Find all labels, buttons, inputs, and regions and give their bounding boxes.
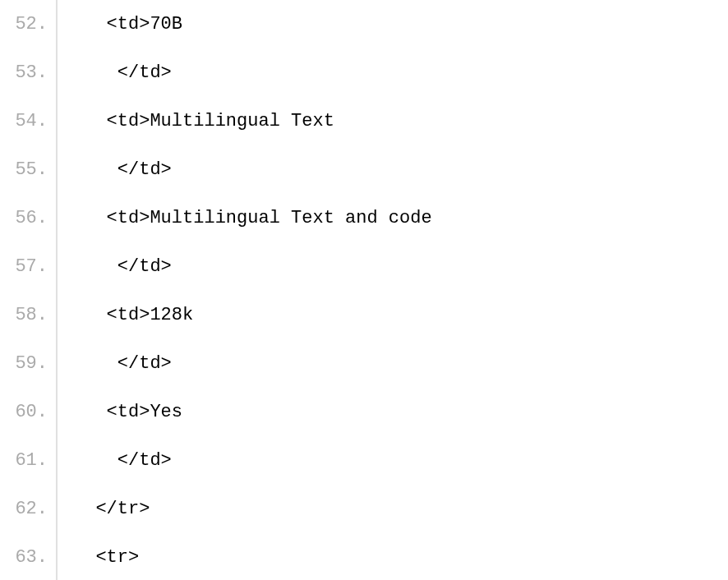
- line-number: 57.: [0, 242, 58, 291]
- html-tag: <td>: [107, 111, 150, 131]
- line-content: <td>70B: [58, 0, 182, 48]
- line-number: 52.: [0, 0, 58, 48]
- html-tag: </td>: [117, 159, 172, 180]
- indent: [74, 547, 95, 568]
- code-line[interactable]: 58. <td>128k: [0, 291, 728, 339]
- html-tag: </td>: [117, 353, 172, 374]
- code-text: Yes: [150, 402, 182, 422]
- line-number: 62.: [0, 485, 58, 533]
- indent: [74, 305, 107, 325]
- line-number: 53.: [0, 48, 58, 97]
- indent: [74, 450, 117, 471]
- line-number: 59.: [0, 339, 58, 388]
- code-line[interactable]: 57. </td>: [0, 242, 728, 291]
- html-tag: <td>: [107, 305, 150, 325]
- line-number: 58.: [0, 291, 58, 339]
- code-text: 128k: [150, 305, 193, 325]
- line-number: 61.: [0, 436, 58, 485]
- html-tag: <td>: [107, 14, 150, 35]
- html-tag: <tr>: [95, 547, 139, 568]
- code-line[interactable]: 55. </td>: [0, 145, 728, 194]
- line-content: </td>: [58, 145, 172, 194]
- html-tag: <td>: [107, 208, 150, 228]
- indent: [74, 256, 117, 277]
- line-content: <td>Yes: [58, 388, 182, 436]
- code-line[interactable]: 63. <tr>: [0, 533, 728, 580]
- indent: [74, 353, 117, 374]
- html-tag: </td>: [117, 62, 172, 83]
- line-content: </td>: [58, 339, 172, 388]
- code-line[interactable]: 59. </td>: [0, 339, 728, 388]
- code-text: Multilingual Text: [150, 111, 334, 131]
- line-number: 60.: [0, 388, 58, 436]
- html-tag: <td>: [107, 402, 150, 422]
- line-number: 56.: [0, 194, 58, 242]
- code-line[interactable]: 53. </td>: [0, 48, 728, 97]
- line-content: </td>: [58, 242, 172, 291]
- code-line[interactable]: 56. <td>Multilingual Text and code: [0, 194, 728, 242]
- code-line[interactable]: 52. <td>70B: [0, 0, 728, 48]
- code-text: 70B: [150, 14, 182, 35]
- line-content: <td>Multilingual Text: [58, 97, 334, 145]
- indent: [74, 159, 117, 180]
- indent: [74, 208, 107, 228]
- line-content: <tr>: [58, 533, 139, 580]
- code-line[interactable]: 54. <td>Multilingual Text: [0, 97, 728, 145]
- code-text: Multilingual Text and code: [150, 208, 431, 228]
- indent: [74, 14, 107, 35]
- html-tag: </tr>: [95, 499, 150, 519]
- line-content: </td>: [58, 48, 172, 97]
- html-tag: </td>: [117, 256, 172, 277]
- line-content: </td>: [58, 436, 172, 485]
- line-number: 54.: [0, 97, 58, 145]
- indent: [74, 62, 117, 83]
- indent: [74, 402, 107, 422]
- indent: [74, 499, 95, 519]
- line-content: <td>Multilingual Text and code: [58, 194, 432, 242]
- line-content: <td>128k: [58, 291, 193, 339]
- code-line[interactable]: 60. <td>Yes: [0, 388, 728, 436]
- line-number: 55.: [0, 145, 58, 194]
- code-editor: 52. <td>70B 53. </td> 54. <td>Multilingu…: [0, 0, 728, 580]
- code-line[interactable]: 61. </td>: [0, 436, 728, 485]
- html-tag: </td>: [117, 450, 172, 471]
- line-number: 63.: [0, 533, 58, 580]
- indent: [74, 111, 107, 131]
- line-content: </tr>: [58, 485, 150, 533]
- code-line[interactable]: 62. </tr>: [0, 485, 728, 533]
